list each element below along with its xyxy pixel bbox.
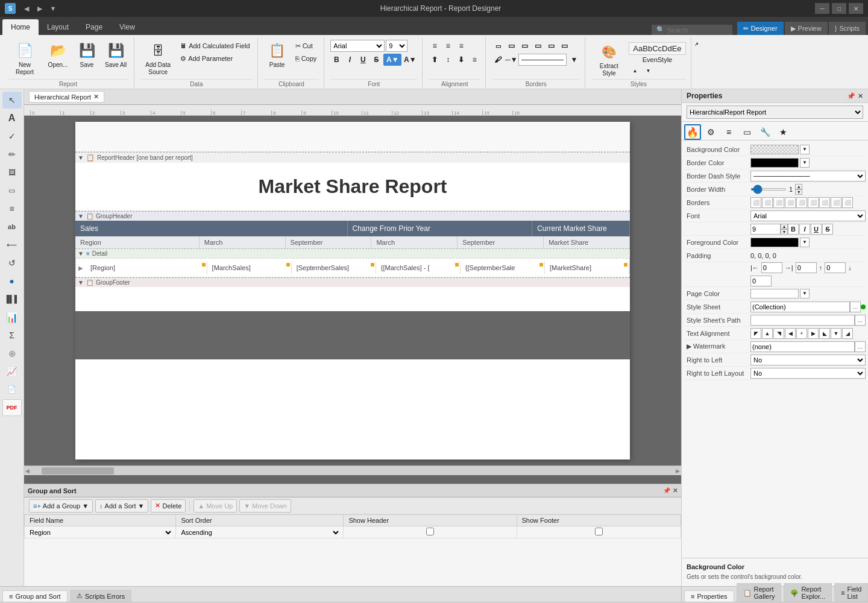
gf-expand-btn[interactable]: ▼ — [78, 279, 84, 286]
sidebar-circle[interactable]: ● — [2, 273, 22, 289]
text-align-bc[interactable]: ▼ — [831, 328, 841, 339]
scroll-left-icon[interactable]: ◀ — [25, 468, 30, 474]
canvas-hscroll[interactable]: ◀ ▶ — [24, 466, 681, 475]
detail-market-share[interactable]: [MarketShare] — [545, 262, 629, 274]
prop-tab-tools[interactable]: 🔧 — [756, 124, 773, 140]
move-down-btn[interactable]: ▼ Move Down — [239, 499, 291, 513]
tab-view[interactable]: View — [111, 19, 143, 35]
delete-btn[interactable]: ✕ Delete — [151, 499, 186, 513]
text-align-mc[interactable]: + — [796, 328, 807, 339]
detail-march-calc[interactable]: {[MarchSales] - [ — [376, 262, 461, 274]
highlight-btn[interactable]: A▼ — [383, 54, 401, 66]
prop-tab-data[interactable]: 🔥 — [684, 124, 701, 140]
cut-btn[interactable]: ✂ Cut — [293, 40, 319, 52]
border-top-btn[interactable]: ▭ — [492, 40, 504, 52]
sidebar-rich-text[interactable]: ab — [2, 218, 22, 235]
sidebar-checkbox[interactable]: ✓ — [2, 128, 22, 145]
pad-right-input[interactable] — [796, 262, 817, 273]
tab-scripts-errors[interactable]: ⚠ Scripts Errors — [70, 590, 132, 602]
pad-bottom-input[interactable] — [750, 276, 772, 286]
prop-tab-star[interactable]: ★ — [775, 124, 791, 140]
sidebar-trend[interactable]: 📈 — [2, 363, 22, 380]
preview-mode-btn[interactable]: ▶ Preview — [785, 22, 828, 35]
rtl-select[interactable]: No Yes — [750, 355, 866, 365]
tab-properties[interactable]: ≡ Properties — [684, 590, 734, 602]
sidebar-connect[interactable]: ⟵ — [2, 236, 22, 253]
font-color-btn[interactable]: A▼ — [403, 54, 417, 66]
strikethrough-btn[interactable]: S — [370, 54, 382, 66]
ss-path-btn[interactable]: … — [855, 315, 866, 326]
bg-color-picker[interactable]: ▼ — [800, 145, 810, 154]
save-btn[interactable]: 💾 Save — [74, 40, 100, 70]
border-all-btn[interactable]: ▭ — [545, 40, 557, 52]
prop-object-select[interactable]: HierarchicalReport Report — [687, 106, 863, 119]
sidebar-image[interactable]: 🖼 — [2, 164, 22, 181]
font-size-select[interactable]: 9 — [386, 40, 407, 52]
rtl-layout-select[interactable]: No Yes — [750, 368, 866, 379]
page-color-picker[interactable]: ▼ — [800, 289, 810, 298]
prop-bold-btn[interactable]: B — [788, 224, 799, 235]
border-btn-5[interactable]: ⬜ — [796, 197, 807, 208]
align-bottom-btn[interactable]: ⬇ — [455, 54, 467, 66]
font-size-down[interactable]: ▼ — [781, 229, 788, 235]
canvas-scroll[interactable]: 0 1 2 3 4 5 6 7 8 9 10 11 12 13 14 15 16 — [24, 105, 681, 484]
field-name-select[interactable]: Region — [27, 528, 173, 537]
font-family-prop-select[interactable]: Arial — [750, 210, 866, 221]
open-btn[interactable]: 📂 Open... — [45, 40, 71, 70]
extract-style-btn[interactable]: 🎨 Extract Style — [591, 41, 626, 78]
border-none-btn[interactable]: ▭ — [558, 40, 570, 52]
fg-color-picker[interactable]: ▼ — [800, 238, 810, 247]
show-header-checkbox[interactable] — [426, 528, 434, 535]
border-width-slider[interactable] — [750, 188, 787, 191]
sort-order-select[interactable]: Ascending — [178, 528, 341, 537]
fg-color-box[interactable] — [750, 238, 799, 247]
text-align-tl[interactable]: ◤ — [750, 328, 761, 339]
add-sort-btn[interactable]: ↕ Add a Sort ▼ — [95, 499, 148, 513]
detail-expand-btn[interactable]: ▼ — [78, 250, 84, 257]
italic-btn[interactable]: I — [344, 54, 356, 66]
scripts-mode-btn[interactable]: } Scripts — [829, 22, 866, 35]
designer-mode-btn[interactable]: ✏ Designer — [737, 22, 784, 35]
panel-pin-btn[interactable]: 📌 — [663, 487, 670, 494]
page-color-box[interactable] — [750, 289, 799, 298]
pad-top-input[interactable] — [825, 262, 846, 273]
font-size-prop-input[interactable] — [750, 224, 781, 235]
ribbon-search-box[interactable]: 🔍 — [652, 25, 732, 35]
align-justify-btn[interactable]: ≡ — [468, 54, 480, 66]
show-footer-checkbox[interactable] — [595, 528, 603, 535]
nav-more-btn[interactable]: ▼ — [47, 3, 59, 14]
border-left-btn[interactable]: ▭ — [518, 40, 530, 52]
ss-path-input[interactable] — [750, 315, 855, 326]
tab-close-icon[interactable]: ✕ — [93, 93, 99, 101]
border-paint-btn[interactable]: 🖌 — [492, 54, 504, 66]
text-align-mr[interactable]: ▶ — [808, 328, 819, 339]
field-name-cell[interactable]: Region — [25, 526, 176, 538]
add-calc-field-btn[interactable]: 🖩 Add Calculated Field — [178, 40, 253, 52]
tab-layout[interactable]: Layout — [39, 19, 77, 35]
prop-strike-btn[interactable]: S — [822, 224, 833, 235]
border-color-btn[interactable]: ▼ — [568, 54, 580, 66]
add-group-btn[interactable]: ≡+ Add a Group ▼ — [29, 499, 93, 513]
detail-sep-calc[interactable]: {[SeptemberSale — [461, 262, 545, 274]
sidebar-edit[interactable]: ✏ — [2, 146, 22, 163]
bg-color-box[interactable] — [750, 145, 799, 154]
show-footer-cell[interactable] — [517, 526, 681, 538]
tab-home[interactable]: Home — [2, 19, 39, 35]
align-top-btn[interactable]: ⬆ — [429, 54, 441, 66]
detail-sep-sales[interactable]: [SeptemberSales] — [292, 262, 376, 274]
prop-tab-layers[interactable]: ≡ — [720, 124, 737, 140]
border-color-picker[interactable]: ▼ — [800, 158, 810, 168]
prop-italic-btn[interactable]: I — [799, 224, 810, 235]
border-line-style[interactable] — [518, 54, 567, 66]
new-report-btn[interactable]: 📄 New Report — [7, 40, 42, 77]
sidebar-shape[interactable]: ▭ — [2, 182, 22, 199]
style-sheet-input[interactable] — [750, 302, 850, 312]
ribbon-expand-btn[interactable]: ↗ — [693, 40, 701, 48]
prop-tab-layout[interactable]: ▭ — [738, 124, 755, 140]
border-dash-select[interactable]: ──────────── — [750, 171, 866, 182]
align-center-btn[interactable]: ≡ — [442, 40, 454, 52]
border-width-down[interactable]: ▼ — [795, 189, 802, 195]
sidebar-document[interactable]: 📄 — [2, 381, 22, 398]
border-btn-3[interactable]: ⬜ — [773, 197, 784, 208]
nav-back-btn[interactable]: ◀ — [20, 3, 33, 14]
